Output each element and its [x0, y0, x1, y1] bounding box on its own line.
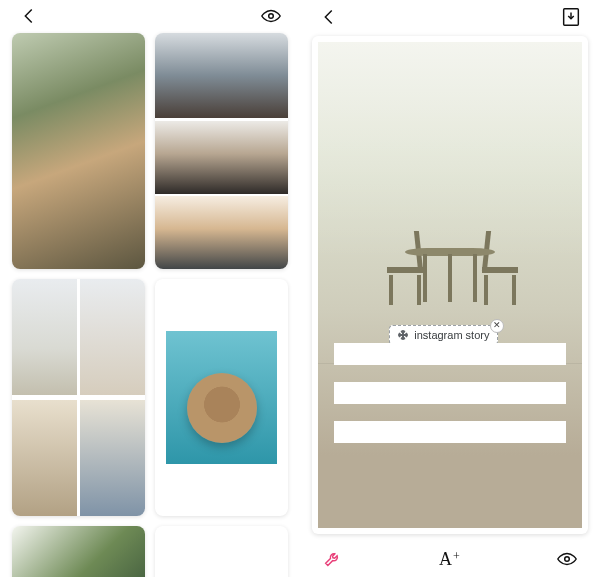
story-canvas-card: instagram story ✕	[312, 36, 588, 534]
template-card[interactable]	[12, 526, 145, 577]
right-topbar	[304, 0, 596, 34]
eye-icon[interactable]	[260, 5, 282, 27]
back-arrow-icon[interactable]	[318, 6, 340, 28]
text-bar[interactable]	[334, 421, 566, 443]
template-card[interactable]	[155, 279, 288, 515]
editor-toolbar: A+	[304, 541, 596, 577]
move-handle-icon[interactable]	[398, 330, 408, 340]
back-arrow-icon[interactable]	[18, 5, 40, 27]
text-edit-value[interactable]: instagram story	[414, 329, 489, 341]
svg-point-0	[269, 13, 274, 18]
close-icon[interactable]: ✕	[490, 319, 504, 333]
template-picker-panel	[0, 0, 300, 577]
template-card[interactable]	[12, 33, 145, 269]
text-bar[interactable]	[334, 382, 566, 404]
plus-icon: +	[453, 549, 461, 563]
text-tool-label: A	[439, 549, 453, 569]
eye-icon[interactable]	[556, 548, 578, 570]
story-canvas[interactable]: instagram story ✕	[318, 42, 582, 528]
svg-point-2	[565, 557, 570, 562]
template-card[interactable]	[155, 33, 288, 269]
wrench-icon[interactable]	[322, 548, 344, 570]
template-card[interactable]	[155, 526, 288, 577]
template-card[interactable]	[12, 279, 145, 515]
download-icon[interactable]	[560, 6, 582, 28]
template-grid	[4, 31, 296, 577]
left-topbar	[4, 0, 296, 31]
editor-panel: instagram story ✕ A+	[300, 0, 600, 577]
text-bar[interactable]	[334, 343, 566, 365]
text-tool-button[interactable]: A+	[439, 549, 461, 570]
text-edit-box[interactable]: instagram story ✕	[389, 325, 498, 345]
